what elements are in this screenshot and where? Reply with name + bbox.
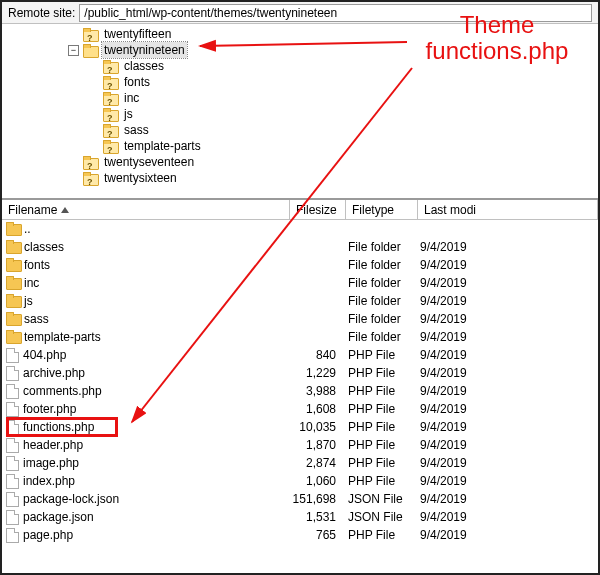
filetype-value: File folder bbox=[346, 240, 418, 254]
file-row[interactable]: 404.php840PHP File9/4/2019 bbox=[2, 346, 598, 364]
filesize-value: 765 bbox=[290, 528, 346, 542]
expand-icon bbox=[68, 173, 79, 184]
filename-label: package.json bbox=[23, 510, 94, 524]
file-icon bbox=[6, 528, 19, 543]
folder-row[interactable]: template-partsFile folder9/4/2019 bbox=[2, 328, 598, 346]
file-row[interactable]: package-lock.json151,698JSON File9/4/201… bbox=[2, 490, 598, 508]
folder-icon: ? bbox=[103, 140, 117, 152]
modified-value: 9/4/2019 bbox=[418, 438, 598, 452]
filesize-value: 151,698 bbox=[290, 492, 346, 506]
modified-value: 9/4/2019 bbox=[418, 510, 598, 524]
sort-ascending-icon bbox=[61, 207, 69, 213]
filename-label: package-lock.json bbox=[23, 492, 119, 506]
filename-label: image.php bbox=[23, 456, 79, 470]
modified-value: 9/4/2019 bbox=[418, 456, 598, 470]
file-icon bbox=[6, 456, 19, 471]
tree-item-twentysixteen[interactable]: ?twentysixteen bbox=[8, 170, 598, 186]
col-header-modified[interactable]: Last modi bbox=[418, 200, 598, 219]
tree-item-inc[interactable]: ?inc bbox=[8, 90, 598, 106]
filename-label: inc bbox=[24, 276, 39, 290]
tree-item-template-parts[interactable]: ?template-parts bbox=[8, 138, 598, 154]
file-row[interactable]: header.php1,870PHP File9/4/2019 bbox=[2, 436, 598, 454]
tree-item-twentyfifteen[interactable]: ?twentyfifteen bbox=[8, 26, 598, 42]
folder-icon: ? bbox=[83, 156, 97, 168]
folder-row[interactable]: fontsFile folder9/4/2019 bbox=[2, 256, 598, 274]
tree-item-twentyseventeen[interactable]: ?twentyseventeen bbox=[8, 154, 598, 170]
file-icon bbox=[6, 402, 19, 417]
modified-value: 9/4/2019 bbox=[418, 420, 598, 434]
tree-item-fonts[interactable]: ?fonts bbox=[8, 74, 598, 90]
folder-icon: ? bbox=[103, 76, 117, 88]
folder-icon: ? bbox=[103, 60, 117, 72]
col-header-filetype[interactable]: Filetype bbox=[346, 200, 418, 219]
filetype-value: PHP File bbox=[346, 474, 418, 488]
filesize-value: 2,874 bbox=[290, 456, 346, 470]
tree-item-label: sass bbox=[122, 122, 151, 138]
filetype-value: File folder bbox=[346, 276, 418, 290]
col-header-filesize[interactable]: Filesize bbox=[290, 200, 346, 219]
filesize-value: 10,035 bbox=[290, 420, 346, 434]
folder-row[interactable]: jsFile folder9/4/2019 bbox=[2, 292, 598, 310]
tree-item-label: fonts bbox=[122, 74, 152, 90]
filetype-value: File folder bbox=[346, 294, 418, 308]
tree-item-label: twentyseventeen bbox=[102, 154, 196, 170]
filesize-value: 3,988 bbox=[290, 384, 346, 398]
filetype-value: PHP File bbox=[346, 456, 418, 470]
remote-site-bar: Remote site: bbox=[2, 2, 598, 24]
modified-value: 9/4/2019 bbox=[418, 492, 598, 506]
filetype-value: PHP File bbox=[346, 420, 418, 434]
folder-row[interactable]: incFile folder9/4/2019 bbox=[2, 274, 598, 292]
filesize-value: 1,870 bbox=[290, 438, 346, 452]
folder-icon bbox=[6, 276, 20, 291]
tree-item-label: twentynineteen bbox=[102, 42, 187, 58]
filetype-value: File folder bbox=[346, 312, 418, 326]
tree-item-label: js bbox=[122, 106, 135, 122]
file-row[interactable]: index.php1,060PHP File9/4/2019 bbox=[2, 472, 598, 490]
filesize-value: 1,229 bbox=[290, 366, 346, 380]
folder-row[interactable]: sassFile folder9/4/2019 bbox=[2, 310, 598, 328]
modified-value: 9/4/2019 bbox=[418, 348, 598, 362]
remote-tree-panel[interactable]: ?twentyfifteen−twentynineteen?classes?fo… bbox=[2, 24, 598, 200]
filename-label: template-parts bbox=[24, 330, 101, 344]
folder-icon bbox=[6, 330, 20, 345]
folder-row[interactable]: classesFile folder9/4/2019 bbox=[2, 238, 598, 256]
folder-icon: ? bbox=[83, 172, 97, 184]
file-list-body[interactable]: ..classesFile folder9/4/2019fontsFile fo… bbox=[2, 220, 598, 573]
filename-label: fonts bbox=[24, 258, 50, 272]
file-row[interactable]: functions.php10,035PHP File9/4/2019 bbox=[2, 418, 598, 436]
col-header-filename[interactable]: Filename bbox=[2, 200, 290, 219]
tree-item-js[interactable]: ?js bbox=[8, 106, 598, 122]
file-row[interactable]: footer.php1,608PHP File9/4/2019 bbox=[2, 400, 598, 418]
tree-item-label: classes bbox=[122, 58, 166, 74]
folder-icon bbox=[6, 312, 20, 327]
modified-value: 9/4/2019 bbox=[418, 474, 598, 488]
file-row[interactable]: image.php2,874PHP File9/4/2019 bbox=[2, 454, 598, 472]
filename-label: js bbox=[24, 294, 33, 308]
modified-value: 9/4/2019 bbox=[418, 528, 598, 542]
file-list-header: Filename Filesize Filetype Last modi bbox=[2, 200, 598, 220]
filename-label: .. bbox=[24, 222, 31, 236]
filesize-value: 1,608 bbox=[290, 402, 346, 416]
tree-item-classes[interactable]: ?classes bbox=[8, 58, 598, 74]
file-row[interactable]: archive.php1,229PHP File9/4/2019 bbox=[2, 364, 598, 382]
folder-icon: ? bbox=[83, 28, 97, 40]
filetype-value: PHP File bbox=[346, 384, 418, 398]
filetype-value: JSON File bbox=[346, 492, 418, 506]
modified-value: 9/4/2019 bbox=[418, 240, 598, 254]
filetype-value: PHP File bbox=[346, 348, 418, 362]
tree-item-twentynineteen[interactable]: −twentynineteen bbox=[8, 42, 598, 58]
modified-value: 9/4/2019 bbox=[418, 402, 598, 416]
file-icon bbox=[6, 348, 19, 363]
file-row[interactable]: package.json1,531JSON File9/4/2019 bbox=[2, 508, 598, 526]
file-icon bbox=[6, 420, 19, 435]
filename-label: 404.php bbox=[23, 348, 66, 362]
file-row[interactable]: page.php765PHP File9/4/2019 bbox=[2, 526, 598, 544]
tree-item-sass[interactable]: ?sass bbox=[8, 122, 598, 138]
expand-icon bbox=[88, 141, 99, 152]
filetype-value: PHP File bbox=[346, 438, 418, 452]
file-row[interactable]: comments.php3,988PHP File9/4/2019 bbox=[2, 382, 598, 400]
collapse-icon[interactable]: − bbox=[68, 45, 79, 56]
file-icon bbox=[6, 492, 19, 507]
remote-path-input[interactable] bbox=[79, 4, 592, 22]
parent-dir-row[interactable]: .. bbox=[2, 220, 598, 238]
